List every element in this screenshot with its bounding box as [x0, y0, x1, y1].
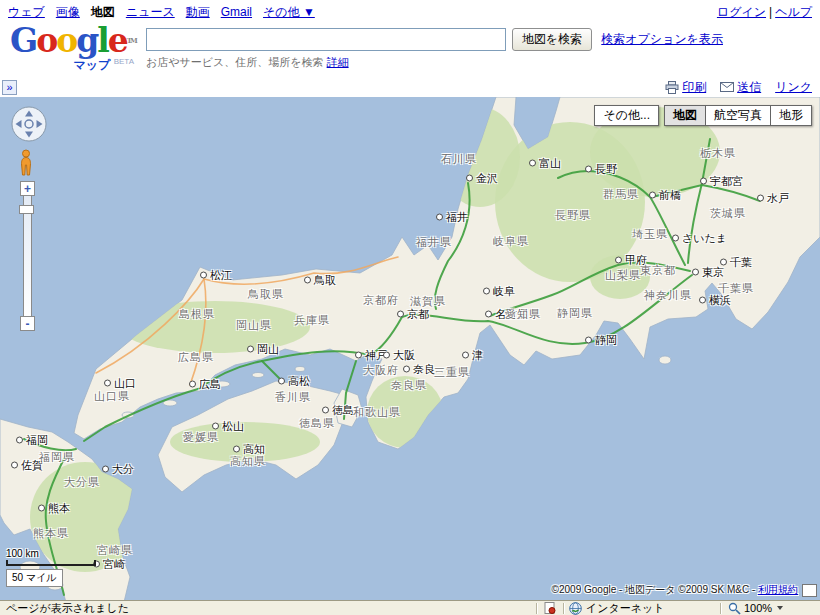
google-services-nav: ウェブ画像地図ニュース動画Gmailその他 ▼	[8, 4, 326, 21]
map-toolbar: » 印刷 送信 リンク	[0, 76, 820, 98]
status-message: ページが表示されました	[0, 601, 535, 615]
topnav-link-gmail[interactable]: Gmail	[221, 5, 252, 19]
zoom-in-button[interactable]: +	[20, 181, 35, 196]
header: GoogleTM マップ BETA 地図を検索 検索オプションを表示 お店やサー…	[0, 22, 820, 76]
print-link[interactable]: 印刷	[665, 79, 706, 96]
toolbar-actions: 印刷 送信 リンク	[665, 79, 812, 96]
browser-zoom-control[interactable]: 100%	[722, 602, 820, 615]
pegman-head	[23, 150, 30, 157]
map-canvas[interactable]: 金沢富山長野宇都宮前橋水戸福井さいたま甲府千葉東京横浜松江鳥取岐阜京都名古屋静岡…	[0, 97, 820, 600]
search-area: 地図を検索 検索オプションを表示 お店やサービス、住所、場所を検索 詳細	[134, 22, 723, 76]
envelope-icon	[720, 82, 734, 92]
topnav-link-video[interactable]: 動画	[186, 5, 210, 19]
topnav-link-more[interactable]: その他 ▼	[263, 5, 315, 19]
internet-globe-icon	[569, 602, 582, 615]
map-type-button-more[interactable]: その他...	[594, 105, 659, 126]
search-options-link[interactable]: 検索オプションを表示	[601, 31, 723, 48]
google-maps-logo[interactable]: GoogleTM マップ BETA	[10, 22, 134, 76]
link-label: リンク	[775, 79, 812, 96]
terms-link[interactable]: 利用規約	[758, 584, 798, 595]
page-status-icon	[544, 602, 556, 614]
status-separator	[536, 603, 537, 614]
top-navigation: ウェブ画像地図ニュース動画Gmailその他 ▼ ログイン|ヘルプ	[0, 0, 820, 22]
scale-bar	[6, 560, 96, 566]
zoom-slider-thumb[interactable]	[19, 205, 34, 214]
link-link[interactable]: リンク	[775, 79, 812, 96]
topnav-link-web[interactable]: ウェブ	[8, 5, 45, 19]
printer-icon	[665, 81, 679, 94]
sidebar-expand-button[interactable]: »	[2, 80, 17, 95]
status-separator	[563, 603, 564, 614]
hint-details-link[interactable]: 詳細	[327, 56, 349, 68]
security-zone: インターネット	[565, 601, 719, 615]
topnav-link-images[interactable]: 画像	[56, 5, 80, 19]
topnav-link-news[interactable]: ニュース	[126, 5, 175, 19]
help-link[interactable]: ヘルプ	[775, 5, 812, 19]
search-hint-text: お店やサービス、住所、場所を検索	[146, 56, 324, 68]
search-input[interactable]	[146, 28, 506, 51]
zoom-slider-track[interactable]	[23, 196, 32, 316]
account-nav: ログイン|ヘルプ	[717, 4, 812, 21]
map-type-switcher: その他...地図航空写真地形	[594, 105, 812, 126]
status-separator	[720, 603, 721, 614]
pegman-street-view-control[interactable]	[19, 149, 33, 180]
japan-map-graphic	[0, 97, 820, 600]
send-link[interactable]: 送信	[720, 79, 761, 96]
map-corner-box[interactable]	[802, 584, 817, 597]
browser-status-bar: ページが表示されました インターネット 100%	[0, 600, 820, 615]
zoom-percent-label: 100%	[744, 602, 772, 614]
login-link[interactable]: ログイン	[717, 5, 766, 19]
zone-label: インターネット	[586, 601, 665, 615]
beta-badge: BETA	[114, 57, 134, 66]
map-copyright: ©2009 Google - 地図データ ©2009 SK M&C - 利用規約	[552, 583, 798, 597]
topnav-link-maps[interactable]: 地図	[91, 5, 115, 19]
zoom-control: + -	[20, 181, 35, 331]
zoom-out-button[interactable]: -	[20, 316, 35, 331]
nav-separator: |	[769, 5, 772, 19]
scale-miles-label: 50 マイル	[6, 569, 63, 587]
pegman-body	[22, 158, 31, 176]
search-hint: お店やサービス、住所、場所を検索 詳細	[146, 55, 723, 70]
status-indicator	[538, 602, 562, 614]
copyright-text: ©2009 Google - 地図データ ©2009 SK M&C -	[552, 584, 758, 595]
google-maps-page: ウェブ画像地図ニュース動画Gmailその他 ▼ ログイン|ヘルプ GoogleT…	[0, 0, 820, 615]
search-button[interactable]: 地図を検索	[512, 28, 592, 51]
map-type-button-terrain[interactable]: 地形	[771, 105, 812, 126]
logo-maps-label: マップ BETA	[74, 57, 135, 74]
map-scale: 100 km 50 マイル	[6, 548, 96, 587]
map-type-button-satellite[interactable]: 航空写真	[706, 105, 771, 126]
print-label: 印刷	[682, 79, 706, 96]
pan-control[interactable]	[10, 105, 48, 143]
map-type-button-map[interactable]: 地図	[664, 105, 706, 126]
zoom-dropdown-icon[interactable]	[777, 606, 783, 610]
magnifier-icon	[728, 602, 741, 615]
scale-km-label: 100 km	[6, 548, 96, 559]
send-label: 送信	[737, 79, 761, 96]
logo-wordmark: GoogleTM	[10, 21, 136, 60]
